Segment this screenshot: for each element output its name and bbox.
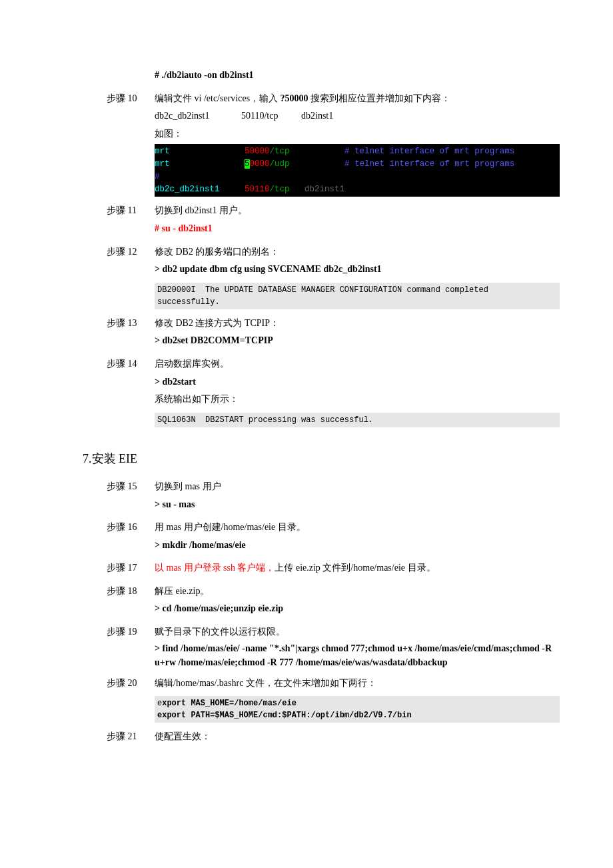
proto: /tcp <box>270 185 290 194</box>
comment: # telnet interface of mrt programs <box>344 159 514 169</box>
text: 搜索到相应位置并增加如下内容： <box>308 93 451 103</box>
text: 编辑文件 vi /etc/services，输入 <box>155 93 281 103</box>
search-term: ?50000 <box>281 93 308 103</box>
port: 0000 <box>250 159 270 169</box>
step-desc: 解压 eie.zip。 <box>155 583 560 601</box>
step-21: 步骤 21 使配置生效： <box>107 728 560 746</box>
step-15: 步骤 15 切换到 mas 用户 <box>107 478 560 496</box>
command: > db2start <box>155 373 560 391</box>
step-19: 步骤 19 赋予目录下的文件以运行权限。 <box>107 623 560 641</box>
step-label: 步骤 14 <box>107 355 155 373</box>
step-label: 步骤 13 <box>107 315 155 333</box>
step-desc: 切换到 mas 用户 <box>155 478 560 496</box>
command: > db2set DB2COMM=TCPIP <box>155 332 560 350</box>
output-block: DB20000I The UPDATE DATABASE MANAGER CON… <box>155 283 560 309</box>
red-segment: 以 mas 用户登录 ssh 客户端， <box>155 563 275 573</box>
comment: # telnet interface of mrt programs <box>344 147 514 156</box>
terminal-screenshot: mrt 50000/tcp # telnet interface of mrt … <box>155 144 560 197</box>
section-heading: 7.安装 EIE <box>83 447 560 470</box>
step-17: 步骤 17 以 mas 用户登录 ssh 客户端，上传 eie.zip 文件到/… <box>107 559 560 577</box>
output-block: SQL1063N DB2START processing was success… <box>155 413 560 427</box>
svc: mrt <box>155 147 170 156</box>
step-label: 步骤 21 <box>107 728 155 746</box>
note: 系统输出如下所示： <box>155 391 560 409</box>
step-10: 步骤 10 编辑文件 vi /etc/services，输入 ?50000 搜索… <box>107 90 560 108</box>
step-13: 步骤 13 修改 DB2 连接方式为 TCPIP： <box>107 315 560 333</box>
step-label: 步骤 12 <box>107 243 155 261</box>
step-desc: 启动数据库实例。 <box>155 355 560 373</box>
text: xport MAS_HOME=/home/mas/eie export PATH… <box>157 699 412 720</box>
step-desc: 编辑文件 vi /etc/services，输入 ?50000 搜索到相应位置并… <box>155 90 560 108</box>
svc: db2c_db2inst1 <box>155 185 220 194</box>
caption: 如图： <box>155 125 560 143</box>
step-11: 步骤 11 切换到 db2inst1 用户。 <box>107 202 560 220</box>
text: 上传 eie.zip 文件到/home/mas/eie 目录。 <box>275 563 435 573</box>
port: 50110 <box>245 185 270 194</box>
step-label: 步骤 19 <box>107 623 155 641</box>
step-label: 步骤 16 <box>107 519 155 537</box>
command: # su - db2inst1 <box>155 220 560 238</box>
step-18: 步骤 18 解压 eie.zip。 <box>107 583 560 601</box>
col3: db2inst1 <box>301 111 333 121</box>
step-desc: 编辑/home/mas/.bashrc 文件，在文件末增加如下两行： <box>155 675 560 693</box>
step-desc: 以 mas 用户登录 ssh 客户端，上传 eie.zip 文件到/home/m… <box>155 559 560 577</box>
output-block: export MAS_HOME=/home/mas/eie export PAT… <box>155 696 560 723</box>
command: > db2 update dbm cfg using SVCENAME db2c… <box>155 261 560 279</box>
step-label: 步骤 10 <box>107 90 155 108</box>
port: 50000 <box>245 147 270 156</box>
command: > cd /home/mas/eie;unzip eie.zip <box>155 600 560 618</box>
step-20: 步骤 20 编辑/home/mas/.bashrc 文件，在文件末增加如下两行： <box>107 675 560 693</box>
command: > find /home/mas/eie/ -name "*.sh"|xargs… <box>155 641 560 669</box>
step-label: 步骤 20 <box>107 675 155 693</box>
col1: db2c_db2inst1 <box>155 107 241 125</box>
step-14: 步骤 14 启动数据库实例。 <box>107 355 560 373</box>
step-label: 步骤 17 <box>107 559 155 577</box>
step-12: 步骤 12 修改 DB2 的服务端口的别名： <box>107 243 560 261</box>
step-16: 步骤 16 用 mas 用户创建/home/mas/eie 目录。 <box>107 519 560 537</box>
step-label: 步骤 11 <box>107 202 155 220</box>
command: > su - mas <box>155 496 560 514</box>
proto: /tcp <box>270 147 290 156</box>
step-desc: 赋予目录下的文件以运行权限。 <box>155 623 560 641</box>
config-line: db2c_db2inst150110/tcpdb2inst1 <box>155 107 560 125</box>
step-desc: 修改 DB2 连接方式为 TCPIP： <box>155 315 560 333</box>
step-desc: 修改 DB2 的服务端口的别名： <box>155 243 560 261</box>
step-label: 步骤 15 <box>107 478 155 496</box>
pre-command: # ./db2iauto -on db2inst1 <box>155 67 560 85</box>
step-label: 步骤 18 <box>107 583 155 601</box>
step-desc: 用 mas 用户创建/home/mas/eie 目录。 <box>155 519 560 537</box>
step-desc: 使配置生效： <box>155 728 560 746</box>
command: > mkdir /home/mas/eie <box>155 537 560 555</box>
proto: /udp <box>270 159 290 169</box>
col2: 50110/tcp <box>241 107 301 125</box>
hl: 5 <box>245 159 250 169</box>
svc: mrt <box>155 159 170 169</box>
alias: db2inst1 <box>305 185 344 194</box>
comment: # <box>155 172 160 181</box>
step-desc: 切换到 db2inst1 用户。 <box>155 202 560 220</box>
